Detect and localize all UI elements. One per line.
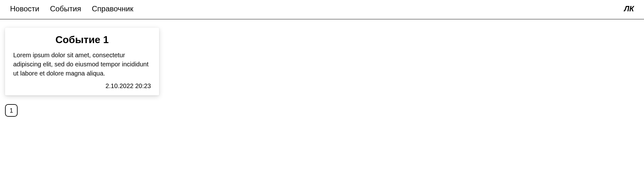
nav-item-events[interactable]: События xyxy=(50,4,81,13)
header: Новости События Справочник ЛК xyxy=(0,0,644,20)
event-card-date: 2.10.2022 20:23 xyxy=(13,82,151,90)
nav-item-directory[interactable]: Справочник xyxy=(92,4,133,13)
event-card-title: Событие 1 xyxy=(13,34,151,46)
nav-account-link[interactable]: ЛК xyxy=(624,4,634,13)
nav-item-news[interactable]: Новости xyxy=(10,4,39,13)
page-button-1[interactable]: 1 xyxy=(5,104,18,117)
content: Событие 1 Lorem ipsum dolor sit amet, co… xyxy=(0,20,644,125)
event-card[interactable]: Событие 1 Lorem ipsum dolor sit amet, co… xyxy=(5,28,159,95)
event-card-body: Lorem ipsum dolor sit amet, consectetur … xyxy=(13,51,151,78)
pagination: 1 xyxy=(5,104,639,117)
nav-left: Новости События Справочник xyxy=(10,4,133,13)
